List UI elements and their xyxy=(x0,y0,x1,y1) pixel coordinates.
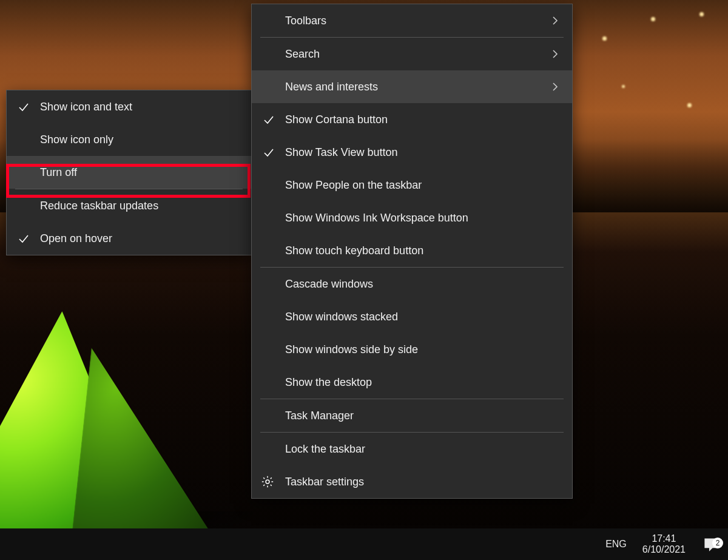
clock-date: 6/10/2021 xyxy=(642,544,686,555)
menu-item-show-cortana-button[interactable]: Show Cortana button xyxy=(252,103,572,136)
menu-item-label: Show touch keyboard button xyxy=(285,245,423,257)
check-icon xyxy=(261,113,276,126)
menu-item-label: Turn off xyxy=(40,166,77,179)
menu-item-label: Reduce taskbar updates xyxy=(40,200,158,212)
submenu-item-open-on-hover[interactable]: Open on hover xyxy=(7,222,251,255)
menu-item-label: Show Windows Ink Workspace button xyxy=(285,212,468,224)
gear-icon xyxy=(260,475,275,488)
menu-item-task-manager[interactable]: Task Manager xyxy=(252,399,572,432)
menu-item-taskbar-settings[interactable]: Taskbar settings xyxy=(252,465,572,498)
check-icon xyxy=(16,101,31,113)
menu-item-show-windows-side-by-side[interactable]: Show windows side by side xyxy=(252,333,572,366)
menu-item-label: Show icon and text xyxy=(40,101,132,113)
menu-item-label: Lock the taskbar xyxy=(285,443,365,456)
menu-item-label: Show windows stacked xyxy=(285,311,398,323)
menu-item-show-windows-stacked[interactable]: Show windows stacked xyxy=(252,300,572,333)
submenu-item-show-icon-and-text[interactable]: Show icon and text xyxy=(7,90,251,123)
menu-item-news-and-interests[interactable]: News and interests xyxy=(252,70,572,103)
taskbar: ENG 17:41 6/10/2021 2 xyxy=(0,528,728,560)
chevron-right-icon xyxy=(549,16,561,25)
menu-item-search[interactable]: Search xyxy=(252,38,572,70)
menu-item-show-windows-ink-workspace-button[interactable]: Show Windows Ink Workspace button xyxy=(252,201,572,234)
submenu-item-show-icon-only[interactable]: Show icon only xyxy=(7,123,251,156)
menu-item-label: Toolbars xyxy=(285,15,326,27)
language-label: ENG xyxy=(605,539,627,550)
chevron-right-icon xyxy=(549,83,561,91)
svg-point-0 xyxy=(266,480,269,484)
menu-item-lock-the-taskbar[interactable]: Lock the taskbar xyxy=(252,433,572,465)
submenu-item-reduce-taskbar-updates[interactable]: Reduce taskbar updates xyxy=(7,189,251,222)
menu-item-show-touch-keyboard-button[interactable]: Show touch keyboard button xyxy=(252,234,572,267)
chevron-right-icon xyxy=(549,50,561,58)
taskbar-action-center[interactable]: 2 xyxy=(694,536,728,552)
taskbar-clock[interactable]: 17:41 6/10/2021 xyxy=(634,533,694,555)
notification-badge: 2 xyxy=(712,538,723,548)
menu-item-label: Search xyxy=(285,48,320,61)
menu-item-label: Show People on the taskbar xyxy=(285,179,422,192)
submenu-item-turn-off[interactable]: Turn off xyxy=(7,156,251,189)
taskbar-context-menu: Toolbars Search News and interests Show … xyxy=(251,4,573,499)
menu-item-label: Show Task View button xyxy=(285,146,397,159)
menu-item-cascade-windows[interactable]: Cascade windows xyxy=(252,268,572,300)
menu-item-label: Task Manager xyxy=(285,410,354,422)
menu-item-show-task-view-button[interactable]: Show Task View button xyxy=(252,136,572,169)
menu-item-label: Show icon only xyxy=(40,133,113,146)
submenu-news-and-interests: Show icon and text Show icon only Turn o… xyxy=(6,90,252,255)
check-icon xyxy=(261,146,276,158)
menu-item-show-people-on-taskbar[interactable]: Show People on the taskbar xyxy=(252,169,572,201)
menu-item-show-the-desktop[interactable]: Show the desktop xyxy=(252,366,572,399)
taskbar-language-indicator[interactable]: ENG xyxy=(598,528,634,560)
menu-item-toolbars[interactable]: Toolbars xyxy=(252,4,572,37)
menu-item-label: Cascade windows xyxy=(285,278,373,291)
menu-item-label: Show Cortana button xyxy=(285,113,388,126)
menu-item-label: Show windows side by side xyxy=(285,343,418,356)
clock-time: 17:41 xyxy=(652,533,676,544)
menu-item-label: Open on hover xyxy=(40,232,112,245)
check-icon xyxy=(16,232,31,245)
menu-item-label: Show the desktop xyxy=(285,376,372,389)
menu-item-label: Taskbar settings xyxy=(285,476,364,488)
menu-item-label: News and interests xyxy=(285,81,378,93)
